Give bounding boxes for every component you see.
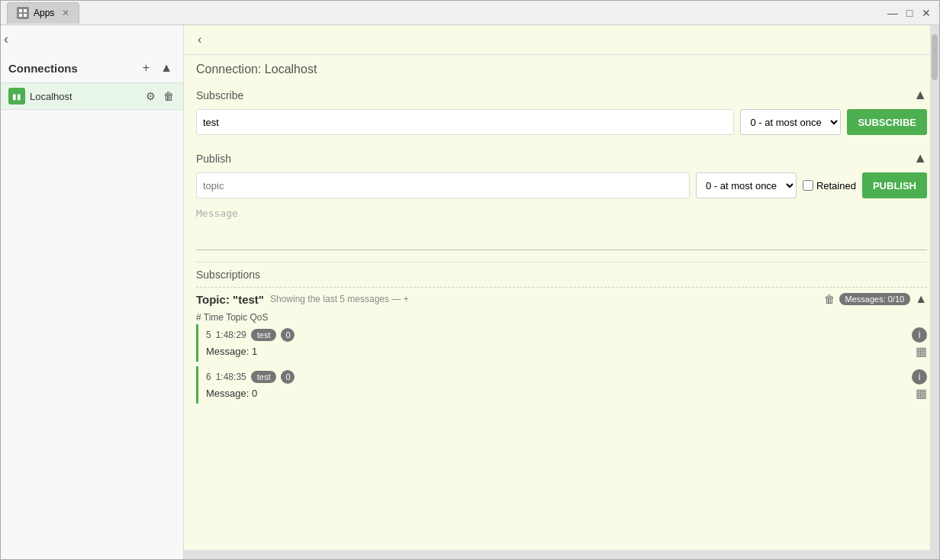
msg-copy-button[interactable]: ▦ [916, 344, 927, 359]
topic-name: Topic: "test" [196, 293, 264, 306]
vertical-scrollbar[interactable] [930, 25, 939, 559]
msg-meta: 5 1:48:29 test 0 [206, 328, 295, 342]
close-button[interactable]: ✕ [919, 6, 933, 20]
subscriptions-section: Subscriptions Topic: "test" Showing the … [184, 262, 939, 408]
subscribe-topic-input[interactable] [196, 109, 734, 135]
add-connection-button[interactable]: + [140, 60, 153, 76]
publish-label: Publish [196, 153, 231, 165]
apps-tab-label: Apps [34, 8, 54, 18]
connection-name: Localhost [30, 91, 140, 102]
connection-settings-button[interactable]: ⚙ [144, 89, 157, 104]
svg-rect-2 [19, 14, 22, 17]
showing-info: Showing the last 5 messages — + [270, 294, 824, 304]
apps-tab[interactable]: Apps ✕ [7, 2, 79, 24]
sidebar: ‹ Connections + ▲ ▮▮ Localhost ⚙ 🗑 [1, 25, 184, 559]
subscribe-label: Subscribe [196, 89, 243, 101]
svg-rect-3 [24, 14, 27, 17]
scroll-thumb[interactable] [932, 34, 938, 80]
sidebar-back-btn[interactable]: ‹ [1, 25, 183, 53]
msg-copy-button[interactable]: ▦ [916, 386, 927, 401]
tab-bar: Apps ✕ [7, 2, 886, 24]
sidebar-header: Connections + ▲ [1, 53, 183, 83]
msg-meta: 6 1:48:35 test 0 [206, 370, 295, 384]
sidebar-title: Connections [8, 62, 78, 75]
message-entry: 6 1:48:35 test 0 i Message: 0 ▦ [196, 366, 927, 404]
msg-columns-header: # Time Topic QoS [196, 311, 927, 324]
publish-button[interactable]: PUBLISH [862, 172, 927, 198]
msg-info-button[interactable]: i [912, 369, 927, 385]
svg-rect-0 [19, 9, 22, 12]
app-window: Apps ✕ — □ ✕ ‹ Connections + ▲ [0, 0, 940, 560]
msg-num: 6 [206, 372, 211, 382]
sidebar-actions: + ▲ [140, 60, 175, 76]
topic-actions: 🗑 Messages: 0/10 ▲ [824, 292, 928, 306]
messages-badge: Messages: 0/10 [839, 293, 911, 305]
msg-time: 1:48:29 [216, 330, 246, 340]
publish-row: 0 - at most once 1 - at least once 2 - e… [196, 172, 927, 198]
right-panel: ‹ Connection: Localhost Subscribe ▲ 0 - … [184, 25, 939, 559]
msg-qos-badge: 0 [281, 370, 295, 384]
back-nav: ‹ [184, 25, 939, 55]
message-entry: 5 1:48:29 test 0 i Message: 1 ▦ [196, 324, 927, 362]
subscribe-row: 0 - at most once 1 - at least once 2 - e… [196, 109, 927, 135]
msg-header-row: 5 1:48:29 test 0 i [206, 327, 927, 343]
msg-content: Message: 1 [206, 346, 257, 357]
app-body: ‹ Connections + ▲ ▮▮ Localhost ⚙ 🗑 [1, 25, 939, 559]
topic-collapse-button[interactable]: ▲ [915, 292, 927, 306]
subscriptions-label: Subscriptions [196, 262, 927, 287]
msg-qos-badge: 0 [281, 328, 295, 342]
subscribe-qos-select[interactable]: 0 - at most once 1 - at least once 2 - e… [740, 109, 841, 135]
connection-status-dot: ▮▮ [8, 88, 25, 105]
back-button[interactable]: ‹ [193, 31, 206, 48]
window-controls: — □ ✕ [886, 6, 933, 20]
msg-info-button[interactable]: i [912, 327, 927, 343]
msg-topic-badge: test [251, 371, 277, 383]
msg-content-row: Message: 0 ▦ [206, 386, 927, 401]
msg-content-row: Message: 1 ▦ [206, 344, 927, 359]
connection-title: Connection: Localhost [184, 55, 939, 81]
publish-header: Publish ▲ [196, 144, 927, 172]
topic-delete-button[interactable]: 🗑 [824, 293, 835, 305]
publish-qos-select[interactable]: 0 - at most once 1 - at least once 2 - e… [696, 172, 797, 198]
title-bar: Apps ✕ — □ ✕ [1, 1, 939, 25]
msg-time: 1:48:35 [216, 372, 246, 382]
minimize-button[interactable]: — [886, 6, 900, 20]
subscribe-header: Subscribe ▲ [196, 81, 927, 109]
svg-rect-1 [24, 9, 27, 12]
msg-header-row: 6 1:48:35 test 0 i [206, 369, 927, 385]
publish-collapse-button[interactable]: ▲ [913, 150, 927, 166]
connection-item-localhost[interactable]: ▮▮ Localhost ⚙ 🗑 [1, 83, 183, 110]
publish-topic-input[interactable] [196, 172, 690, 198]
subscribe-section: Subscribe ▲ 0 - at most once 1 - at leas… [184, 81, 939, 144]
topic-row: Topic: "test" Showing the last 5 message… [196, 287, 927, 311]
msg-topic-badge: test [251, 329, 277, 341]
retained-checkbox[interactable] [803, 180, 813, 191]
subscribe-button[interactable]: SUBSCRIBE [847, 109, 927, 135]
msg-num: 5 [206, 330, 211, 340]
subscribe-collapse-button[interactable]: ▲ [913, 87, 927, 103]
collapse-sidebar-button[interactable]: ▲ [157, 60, 175, 76]
message-textarea[interactable] [196, 204, 927, 250]
publish-section: Publish ▲ 0 - at most once 1 - at least … [184, 144, 939, 262]
connection-delete-button[interactable]: 🗑 [162, 89, 175, 104]
horizontal-scrollbar[interactable] [184, 550, 939, 559]
retained-check: Retained [803, 180, 856, 191]
main-content: Connection: Localhost Subscribe ▲ 0 - at… [184, 55, 939, 550]
apps-tab-icon [17, 7, 29, 19]
msg-content: Message: 0 [206, 388, 257, 399]
topic-group: Topic: "test" Showing the last 5 message… [196, 287, 927, 404]
maximize-button[interactable]: □ [903, 6, 916, 20]
retained-label: Retained [816, 180, 856, 191]
apps-tab-close[interactable]: ✕ [62, 8, 69, 18]
